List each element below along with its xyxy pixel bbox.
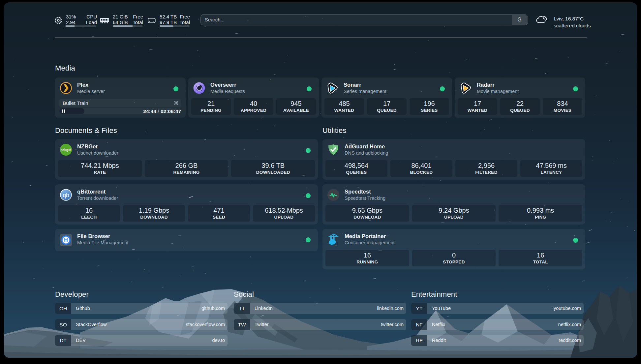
- svg-text:qb: qb: [63, 192, 69, 198]
- svg-text:nzbget: nzbget: [61, 148, 72, 152]
